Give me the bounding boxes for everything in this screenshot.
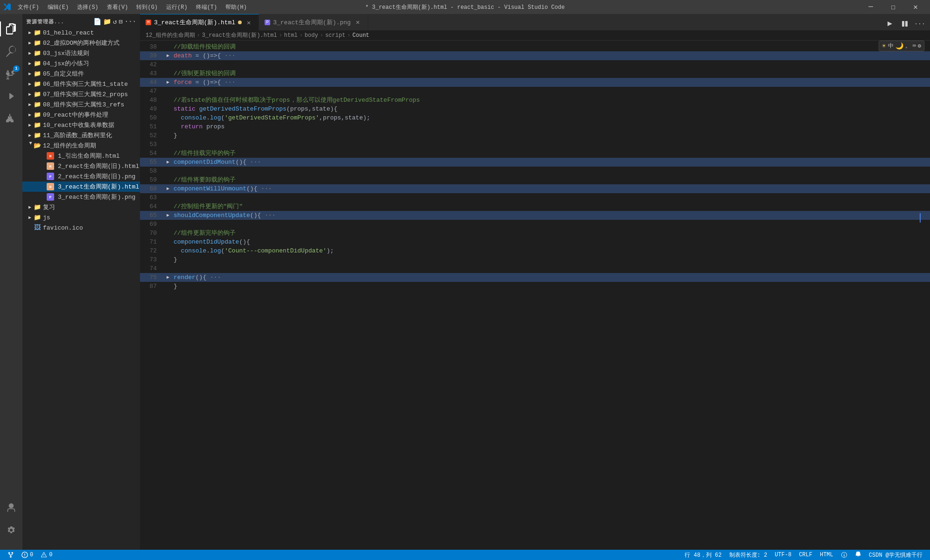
code-line-38: 38 //卸载组件按钮的回调 (140, 42, 930, 51)
status-line-ending[interactable]: CRLF (795, 550, 816, 560)
sidebar-item-09[interactable]: ▶ 📁 09_react中的事件处理 (22, 110, 140, 120)
breadcrumb-item-body[interactable]: body (305, 32, 318, 39)
code-editor[interactable]: 38 //卸载组件按钮的回调 39 ▶ death = ()=>{ ··· 42… (140, 41, 930, 550)
status-feedback[interactable] (837, 550, 851, 560)
menu-goto[interactable]: 转到(G) (133, 2, 161, 12)
status-language[interactable]: HTML (816, 550, 837, 560)
sidebar-item-label: 复习 (43, 203, 55, 211)
activity-run-debug[interactable] (0, 85, 22, 107)
new-file-icon[interactable]: 📄 (93, 18, 101, 26)
sidebar-item-label: 11_高阶函数_函数柯里化 (43, 131, 112, 140)
more-icon[interactable]: ··· (125, 18, 136, 26)
breadcrumb-item-script[interactable]: script (325, 32, 345, 39)
refresh-icon[interactable]: ↺ (113, 18, 117, 26)
activity-settings[interactable] (0, 519, 22, 541)
line-fold-arrow[interactable]: ▶ (164, 211, 172, 220)
menu-file[interactable]: 文件(F) (14, 2, 43, 12)
sidebar-item-06[interactable]: ▶ 📁 06_组件实例三大属性1_state (22, 79, 140, 89)
code-line-53: 53 (140, 140, 930, 149)
status-errors[interactable]: 0 (18, 550, 37, 560)
status-line-col[interactable]: 行 48，列 62 (681, 550, 725, 560)
sidebar-item-03[interactable]: ▶ 📁 03_jsx语法规则 (22, 48, 140, 58)
sidebar-item-02[interactable]: ▶ 📁 02_虚拟DOM的两种创建方式 (22, 38, 140, 48)
menu-help[interactable]: 帮助(H) (222, 2, 251, 12)
sidebar-item-review[interactable]: ▶ 📁 复习 (22, 202, 140, 212)
sidebar-item-label: 12_组件的生命周期 (43, 141, 96, 150)
sidebar-item-js[interactable]: ▶ 📁 js (22, 212, 140, 223)
sidebar-item-08[interactable]: ▶ 📁 08_组件实例三大属性3_refs (22, 99, 140, 110)
tab-3html[interactable]: H 3_react生命周期(新).html ✕ (140, 14, 259, 30)
more-tab-button[interactable]: ··· (913, 17, 926, 30)
menu-terminal[interactable]: 终端(T) (192, 2, 221, 12)
activity-extensions[interactable] (0, 107, 22, 130)
code-line-75: 75 ▶ render(){ ··· (140, 273, 930, 282)
sidebar-item-label: 1_引出生命周期.html (58, 152, 120, 160)
sidebar-item-label: 2_react生命周期(旧).html (58, 162, 139, 170)
breadcrumb-item-folder[interactable]: 12_组件的生命周期 (146, 31, 195, 39)
menu-run[interactable]: 运行(R) (162, 2, 191, 12)
activity-search[interactable] (0, 40, 22, 63)
code-line-70: 70 //组件更新完毕的钩子 (140, 229, 930, 238)
line-fold-arrow[interactable]: ▶ (164, 78, 172, 87)
png-file-icon: P (47, 193, 54, 201)
sidebar-item-2html[interactable]: H 2_react生命周期(旧).html (22, 161, 140, 171)
title-bar: 文件(F) 编辑(E) 选择(S) 查看(V) 转到(G) 运行(R) 终端(T… (0, 0, 930, 14)
window-controls: ─ ☐ ✕ (860, 0, 926, 14)
close-button[interactable]: ✕ (905, 0, 926, 14)
menu-view[interactable]: 查看(V) (103, 2, 132, 12)
breadcrumb-item-count[interactable]: Count (352, 32, 369, 39)
line-number: 69 (140, 220, 164, 229)
status-spaces[interactable]: 制表符长度: 2 (726, 550, 771, 560)
folder-icon: 📁 (34, 60, 41, 67)
sidebar-item-2png[interactable]: P 2_react生命周期(旧).png (22, 171, 140, 182)
breadcrumb-item-html[interactable]: html (284, 32, 298, 39)
status-branch[interactable] (4, 550, 18, 560)
text-cursor (920, 213, 921, 223)
activity-bar: 1 (0, 14, 22, 560)
sidebar-item-01[interactable]: ▶ 📁 01_hello_react (22, 28, 140, 38)
sidebar-item-1html[interactable]: H 1_引出生命周期.html (22, 151, 140, 161)
sidebar-item-07[interactable]: ▶ 📁 07_组件实例三大属性2_props (22, 89, 140, 99)
run-button[interactable] (883, 17, 896, 30)
tab-close-button[interactable]: ✕ (354, 18, 362, 27)
sidebar-item-04[interactable]: ▶ 📁 04_jsx的小练习 (22, 58, 140, 69)
tab-3png[interactable]: P 3_react生命周期(新).png ✕ (259, 14, 368, 30)
no-arrow (39, 183, 47, 190)
line-content: //组件更新完毕的钩子 (172, 229, 930, 238)
activity-source-control[interactable]: 1 (0, 63, 22, 85)
folder-icon: 📁 (34, 91, 41, 98)
code-line-54: 54 //组件挂载完毕的钩子 (140, 149, 930, 158)
status-encoding[interactable]: UTF-8 (771, 550, 795, 560)
collapse-arrow: ▶ (26, 132, 34, 139)
split-editor-button[interactable] (898, 17, 911, 30)
status-csdn[interactable]: CSDN @学无惧难千行 (865, 550, 926, 560)
line-fold-arrow[interactable]: ▶ (164, 273, 172, 282)
status-notification[interactable] (851, 550, 865, 560)
activity-explorer[interactable] (0, 18, 22, 40)
line-fold-arrow[interactable]: ▶ (164, 184, 172, 193)
sidebar-item-11[interactable]: ▶ 📁 11_高阶函数_函数柯里化 (22, 130, 140, 140)
window-title: * 3_react生命周期(新).html - react_basic - Vi… (365, 3, 565, 11)
line-fold-arrow[interactable]: ▶ (164, 158, 172, 167)
minimize-button[interactable]: ─ (860, 0, 881, 14)
sidebar-item-3html[interactable]: H 3_react生命周期(新).html (22, 182, 140, 192)
menu-edit[interactable]: 编辑(E) (44, 2, 73, 12)
sidebar-item-favicon[interactable]: 🖼 favicon.ico (22, 223, 140, 233)
status-warnings[interactable]: 0 (37, 550, 56, 560)
collapse-arrow: ▶ (26, 101, 34, 108)
ime-sun-icon: ☀ (882, 42, 886, 50)
new-folder-icon[interactable]: 📁 (103, 18, 111, 26)
sidebar-item-label: 09_react中的事件处理 (43, 111, 108, 119)
tabs-bar: H 3_react生命周期(新).html ✕ P 3_react生命周期(新)… (140, 14, 930, 30)
menu-select[interactable]: 选择(S) (73, 2, 102, 12)
sidebar-item-12[interactable]: ▶ 📂 12_组件的生命周期 (22, 140, 140, 151)
activity-account[interactable] (0, 497, 22, 519)
line-fold-arrow[interactable]: ▶ (164, 51, 172, 60)
tab-close-button[interactable]: ✕ (245, 18, 253, 27)
sidebar-item-05[interactable]: ▶ 📁 05_自定义组件 (22, 69, 140, 79)
maximize-button[interactable]: ☐ (882, 0, 904, 14)
breadcrumb-item-file[interactable]: 3_react生命周期(新).html (202, 31, 277, 39)
collapse-icon[interactable]: ⊟ (119, 18, 122, 26)
sidebar-item-3png[interactable]: P 3_react生命周期(新).png (22, 192, 140, 202)
sidebar-item-10[interactable]: ▶ 📁 10_react中收集表单数据 (22, 120, 140, 130)
